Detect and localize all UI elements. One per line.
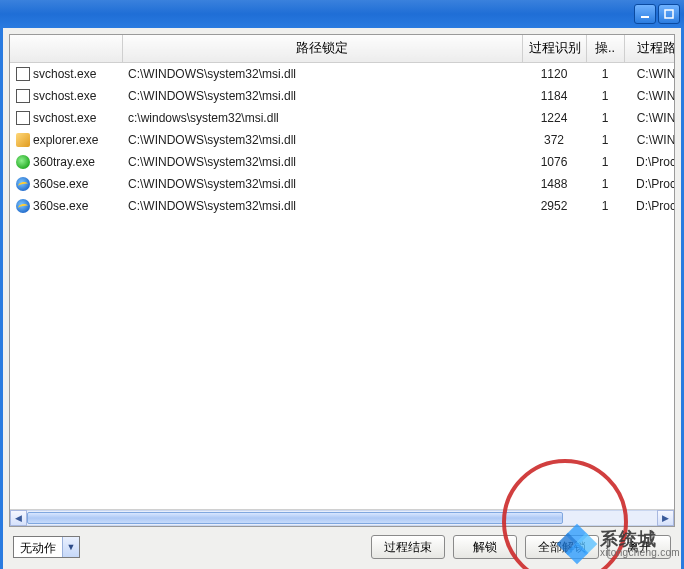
cell-proc-path: D:\Proc: [624, 151, 675, 173]
process-list: 路径锁定 过程识别 操.. 过程路 svchost.exeC:\WINDOWS\…: [9, 34, 675, 527]
cell-path: C:\WINDOWS\system32\msi.dll: [122, 151, 522, 173]
cell-pid: 2952: [522, 195, 586, 217]
cell-process-name: 360tray.exe: [10, 151, 122, 173]
explorer-icon: [16, 133, 30, 147]
svg-rect-1: [665, 10, 673, 18]
scroll-thumb[interactable]: [27, 512, 563, 524]
col-header-op[interactable]: 操..: [586, 35, 624, 63]
scroll-left-arrow-icon[interactable]: ◀: [10, 510, 27, 526]
file-empty: [16, 89, 30, 103]
col-header-pid[interactable]: 过程识别: [522, 35, 586, 63]
cell-path: C:\WINDOWS\system32\msi.dll: [122, 85, 522, 107]
maximize-button[interactable]: [658, 4, 680, 24]
unlock-all-button[interactable]: 全部解锁: [525, 535, 599, 559]
cell-pid: 1488: [522, 173, 586, 195]
ie-icon: [16, 199, 30, 213]
table-row[interactable]: 360se.exeC:\WINDOWS\system32\msi.dll1488…: [10, 173, 675, 195]
cell-pid: 1120: [522, 63, 586, 86]
window-titlebar: [0, 0, 684, 28]
cell-proc-path: D:\Proc: [624, 173, 675, 195]
cell-pid: 1224: [522, 107, 586, 129]
ie-icon: [16, 177, 30, 191]
col-header-name[interactable]: [10, 35, 122, 63]
minimize-button[interactable]: [634, 4, 656, 24]
cell-op: 1: [586, 107, 624, 129]
cell-pid: 1076: [522, 151, 586, 173]
process-table: 路径锁定 过程识别 操.. 过程路 svchost.exeC:\WINDOWS\…: [10, 35, 675, 217]
horizontal-scrollbar[interactable]: ◀ ▶: [10, 509, 674, 526]
cell-process-name: explorer.exe: [10, 129, 122, 151]
bottom-toolbar: 无动作 ▼ 过程结束 解锁 全部解锁 离开: [9, 527, 675, 563]
process-name-label: svchost.exe: [33, 67, 96, 81]
cell-proc-path: C:\WIN: [624, 85, 675, 107]
cell-path: C:\WINDOWS\system32\msi.dll: [122, 195, 522, 217]
cell-op: 1: [586, 63, 624, 86]
scroll-right-arrow-icon[interactable]: ▶: [657, 510, 674, 526]
col-header-path[interactable]: 路径锁定: [122, 35, 522, 63]
cell-op: 1: [586, 85, 624, 107]
unlock-button[interactable]: 解锁: [453, 535, 517, 559]
cell-path: C:\WINDOWS\system32\msi.dll: [122, 129, 522, 151]
col-header-proc[interactable]: 过程路: [624, 35, 675, 63]
action-combo-value: 无动作: [14, 537, 62, 557]
cell-proc-path: C:\WIN: [624, 107, 675, 129]
chevron-down-icon[interactable]: ▼: [62, 537, 79, 557]
cell-op: 1: [586, 195, 624, 217]
table-row[interactable]: svchost.exeC:\WINDOWS\system32\msi.dll11…: [10, 85, 675, 107]
window-body: 路径锁定 过程识别 操.. 过程路 svchost.exeC:\WINDOWS\…: [0, 28, 684, 569]
cell-op: 1: [586, 129, 624, 151]
cell-process-name: svchost.exe: [10, 63, 122, 86]
scroll-track[interactable]: [27, 510, 657, 526]
table-row[interactable]: 360se.exeC:\WINDOWS\system32\msi.dll2952…: [10, 195, 675, 217]
cell-process-name: 360se.exe: [10, 173, 122, 195]
cell-pid: 372: [522, 129, 586, 151]
table-row[interactable]: svchost.exec:\windows\system32\msi.dll12…: [10, 107, 675, 129]
end-process-button[interactable]: 过程结束: [371, 535, 445, 559]
file-empty: [16, 67, 30, 81]
action-combo[interactable]: 无动作 ▼: [13, 536, 80, 558]
table-row[interactable]: svchost.exeC:\WINDOWS\system32\msi.dll11…: [10, 63, 675, 86]
table-row[interactable]: explorer.exeC:\WINDOWS\system32\msi.dll3…: [10, 129, 675, 151]
process-name-label: svchost.exe: [33, 89, 96, 103]
process-name-label: 360tray.exe: [33, 155, 95, 169]
cell-proc-path: C:\WIN: [624, 129, 675, 151]
cell-process-name: 360se.exe: [10, 195, 122, 217]
process-name-label: svchost.exe: [33, 111, 96, 125]
process-name-label: 360se.exe: [33, 177, 88, 191]
cell-proc-path: D:\Proc: [624, 195, 675, 217]
cell-process-name: svchost.exe: [10, 107, 122, 129]
process-name-label: 360se.exe: [33, 199, 88, 213]
cell-op: 1: [586, 173, 624, 195]
cell-op: 1: [586, 151, 624, 173]
process-name-label: explorer.exe: [33, 133, 98, 147]
cell-process-name: svchost.exe: [10, 85, 122, 107]
tray-icon: [16, 155, 30, 169]
table-row[interactable]: 360tray.exeC:\WINDOWS\system32\msi.dll10…: [10, 151, 675, 173]
cell-path: C:\WINDOWS\system32\msi.dll: [122, 63, 522, 86]
svg-rect-0: [641, 16, 649, 18]
cell-pid: 1184: [522, 85, 586, 107]
cell-path: c:\windows\system32\msi.dll: [122, 107, 522, 129]
cell-path: C:\WINDOWS\system32\msi.dll: [122, 173, 522, 195]
cell-proc-path: C:\WIN: [624, 63, 675, 86]
leave-button[interactable]: 离开: [607, 535, 671, 559]
file-empty: [16, 111, 30, 125]
